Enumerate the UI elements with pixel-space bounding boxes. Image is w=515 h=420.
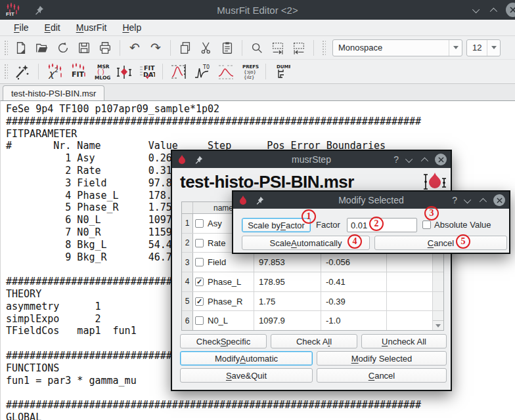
param-step: -1.0 <box>321 311 387 330</box>
minimize-icon[interactable] <box>466 194 471 206</box>
svg-text:FIT: FIT <box>72 70 85 79</box>
row-number: 3 <box>182 253 193 272</box>
peak-icon[interactable] <box>216 63 236 80</box>
editor-line: ########################################… <box>6 399 515 411</box>
tabbar: test-histo-PSI-BIN.msr <box>0 84 515 100</box>
modify-selected-titlebar: Modify Selected ? <box>233 192 509 209</box>
close-icon[interactable] <box>493 194 505 206</box>
cancel-button[interactable]: Cancel <box>374 236 507 250</box>
editor-line: GLOBAL <box>6 411 515 420</box>
musrfit-logo <box>422 171 447 192</box>
scroll-down-icon[interactable] <box>433 320 443 330</box>
annotation-badge-2: 2 <box>369 217 384 231</box>
menu-help[interactable]: Help <box>115 21 148 34</box>
param-name: Asy <box>208 219 222 228</box>
close-icon[interactable] <box>435 154 447 165</box>
row-checkbox[interactable] <box>195 316 204 325</box>
param-value: 97.853 <box>254 253 321 272</box>
check-specific-button[interactable]: Check Specific <box>180 334 267 348</box>
musrfit-app-icon: FIT <box>5 2 25 18</box>
open-file-icon[interactable] <box>34 39 51 56</box>
annotation-badge-3: 3 <box>424 206 439 220</box>
help-icon[interactable]: ? <box>452 195 457 205</box>
chisq-icon[interactable]: χ2 <box>45 63 64 80</box>
param-name: Phase_L <box>208 277 241 287</box>
wand-icon[interactable] <box>12 63 32 80</box>
menu-edit[interactable]: Edit <box>37 21 68 34</box>
scale-by-factor-button[interactable]: Scale by Factor <box>242 218 311 232</box>
row-checkbox[interactable] <box>195 239 204 247</box>
pin-icon[interactable] <box>194 156 203 164</box>
find-icon[interactable] <box>248 39 265 56</box>
minimize-icon[interactable] <box>407 154 413 165</box>
fit-dat-icon[interactable]: FITDAT <box>137 63 156 80</box>
musrfit-toolbar: χ2 FIT MSR( )MLOG FITDAT T0 PREFS{ɔjo}{ı… <box>0 60 515 84</box>
corner-header <box>182 202 193 213</box>
plot-fit-icon[interactable] <box>169 63 189 80</box>
row-number: 2 <box>182 234 193 253</box>
maximize-icon[interactable] <box>490 4 495 16</box>
table-row[interactable]: 5 ✓Phase_R 1.75 -0.39 <box>182 292 443 312</box>
musrstep-titlebar: musrStep ? <box>172 151 451 168</box>
find-next-icon[interactable] <box>269 39 286 56</box>
cancel-button[interactable]: Cancel <box>317 368 447 383</box>
menu-file[interactable]: File <box>7 21 36 34</box>
table-scrollbar[interactable] <box>433 311 443 330</box>
save-quit-button[interactable]: Save&Quit <box>180 368 313 383</box>
close-icon[interactable] <box>506 3 515 17</box>
combobox-arrow-icon[interactable] <box>487 40 500 56</box>
new-file-icon[interactable] <box>12 39 30 56</box>
musrview-icon[interactable] <box>116 63 133 80</box>
svg-text:DUMP: DUMP <box>277 64 290 70</box>
reload-icon[interactable] <box>55 39 72 56</box>
combobox-arrow-icon[interactable] <box>449 40 462 56</box>
svg-text:T0: T0 <box>202 64 210 70</box>
fit-icon[interactable]: FIT <box>68 63 88 80</box>
uncheck-all-button[interactable]: Uncheck All <box>361 334 447 348</box>
param-value: 1097.9 <box>254 311 321 330</box>
toolbar-drag-handle[interactable] <box>4 64 8 79</box>
copy-icon[interactable] <box>177 39 194 56</box>
table-row[interactable]: 3 Field 97.853 -0.056 <box>182 253 443 272</box>
row-checkbox[interactable]: ✓ <box>195 278 204 286</box>
row-number: 1 <box>182 214 193 233</box>
row-number: 5 <box>182 292 193 311</box>
row-checkbox[interactable] <box>195 219 204 228</box>
param-value: 1.75 <box>254 292 321 311</box>
font-size-combobox[interactable]: 12 <box>466 39 501 56</box>
prefs-icon[interactable]: PREFS{ɔjo}{ılz} <box>240 63 259 80</box>
toolbar-drag-handle[interactable] <box>322 40 326 56</box>
help-icon[interactable]: ? <box>393 154 399 165</box>
maximize-icon[interactable] <box>480 194 485 206</box>
cut-icon[interactable] <box>198 39 215 56</box>
t0-icon[interactable]: T0 <box>192 63 212 80</box>
row-checkbox[interactable]: ✓ <box>195 297 204 306</box>
tab-msr-file[interactable]: test-histo-PSI-BIN.msr <box>3 85 104 101</box>
tab-label: test-histo-PSI-BIN.msr <box>11 89 96 98</box>
modify-automatic-button[interactable]: Modify Automatic <box>180 351 313 366</box>
table-row[interactable]: 6 N0_L 1097.9 -1.0 <box>182 311 443 330</box>
find-previous-icon[interactable] <box>290 39 307 56</box>
msr-mlog-icon[interactable]: MSR( )MLOG <box>92 63 112 80</box>
modify-selected-button[interactable]: Modify Selected <box>317 351 447 366</box>
dump-icon[interactable]: DUMP <box>272 63 292 80</box>
check-all-button[interactable]: Check All <box>271 334 357 348</box>
absolute-value-checkbox[interactable] <box>422 220 431 229</box>
musrstep-app-icon <box>177 154 187 165</box>
paste-icon[interactable] <box>219 39 236 56</box>
minimize-icon[interactable] <box>474 4 480 16</box>
pin-icon[interactable] <box>256 196 264 205</box>
print-icon[interactable] <box>97 39 114 56</box>
undo-icon[interactable]: ↶ <box>126 39 143 56</box>
pin-icon[interactable] <box>34 5 44 15</box>
redo-icon[interactable]: ↷ <box>147 39 164 56</box>
row-checkbox[interactable] <box>195 258 204 266</box>
param-value: 178.95 <box>254 272 321 291</box>
toolbar-drag-handle[interactable] <box>4 40 8 56</box>
maximize-icon[interactable] <box>421 154 426 165</box>
menu-musrfit[interactable]: MusrFit <box>69 21 114 34</box>
font-family-combobox[interactable]: Monospace <box>332 39 462 56</box>
table-row[interactable]: 4 ✓Phase_L 178.95 -0.41 <box>182 272 443 292</box>
save-icon[interactable] <box>76 39 93 56</box>
svg-text:{ɔjo}: {ɔjo} <box>244 70 256 75</box>
